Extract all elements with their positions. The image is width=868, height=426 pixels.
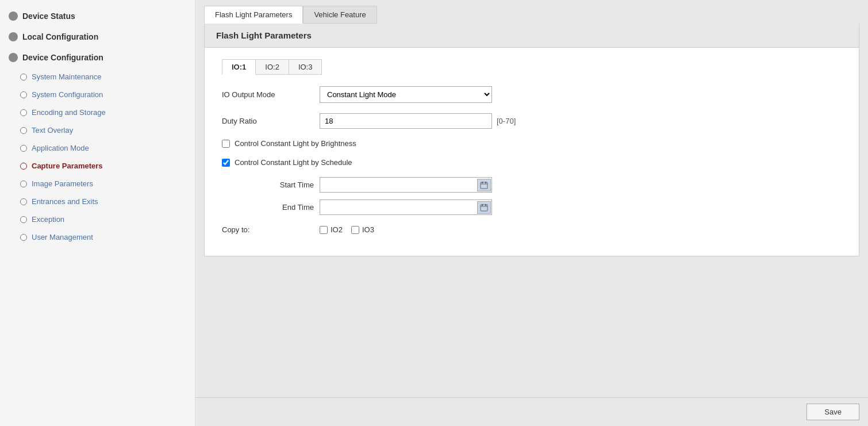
checkbox-io2[interactable] xyxy=(320,226,328,234)
label-user-management: User Management xyxy=(32,233,93,241)
checkbox-io3[interactable] xyxy=(351,226,359,234)
schedule-section: Start Time xyxy=(239,177,842,215)
start-time-calendar-icon[interactable] xyxy=(477,179,491,191)
copy-to-label: Copy to: xyxy=(222,225,314,234)
sidebar-section-label-local-config: Local Configuration xyxy=(22,32,98,41)
bullet-user-management xyxy=(20,234,27,241)
sidebar-subitems: System Maintenance System Configuration … xyxy=(0,68,195,246)
bullet-capture-parameters xyxy=(20,163,27,170)
content-area: Flash Light Parameters IO:1 IO:2 IO:3 xyxy=(195,24,868,397)
duty-ratio-input[interactable] xyxy=(320,113,492,129)
checkbox-schedule-label[interactable]: Control Constant Light by Schedule xyxy=(235,158,352,167)
io-tab-2[interactable]: IO:2 xyxy=(256,59,289,75)
sidebar-item-system-configuration[interactable]: System Configuration xyxy=(6,86,195,103)
sidebar-item-device-configuration[interactable]: Device Configuration xyxy=(0,47,195,68)
label-io3[interactable]: IO3 xyxy=(362,225,374,234)
label-capture-parameters: Capture Parameters xyxy=(32,162,103,170)
bullet-exception xyxy=(20,216,27,223)
duty-ratio-label: Duty Ratio xyxy=(222,117,314,125)
tab-vehicle-feature[interactable]: Vehicle Feature xyxy=(303,6,377,24)
svg-rect-4 xyxy=(481,205,487,211)
sidebar-item-entrances-and-exits[interactable]: Entrances and Exits xyxy=(6,193,195,210)
sidebar-item-exception[interactable]: Exception xyxy=(6,210,195,228)
label-exception: Exception xyxy=(32,215,64,224)
label-system-maintenance: System Maintenance xyxy=(32,72,101,81)
sidebar-item-text-overlay[interactable]: Text Overlay xyxy=(6,121,195,139)
tab-flash-light-label: Flash Light Parameters xyxy=(215,10,292,19)
calendar-svg-2 xyxy=(480,204,488,212)
label-encoding-and-storage: Encoding and Storage xyxy=(32,108,106,117)
label-io2[interactable]: IO2 xyxy=(331,225,343,234)
calendar-svg xyxy=(480,181,488,189)
device-config-icon xyxy=(9,53,18,62)
sidebar-section-label-device-config: Device Configuration xyxy=(22,53,103,62)
label-entrances-and-exits: Entrances and Exits xyxy=(32,197,98,206)
copy-to-row: Copy to: IO2 IO3 xyxy=(222,225,842,234)
bullet-encoding-and-storage xyxy=(20,109,27,116)
duty-ratio-row: Duty Ratio [0-70] xyxy=(222,113,842,129)
end-time-label: End Time xyxy=(239,203,314,212)
bullet-system-configuration xyxy=(20,91,27,98)
checkbox-schedule[interactable] xyxy=(222,159,230,167)
svg-rect-0 xyxy=(481,182,487,189)
label-image-parameters: Image Parameters xyxy=(32,179,93,188)
content-box: Flash Light Parameters IO:1 IO:2 IO:3 xyxy=(204,24,859,256)
label-application-mode: Application Mode xyxy=(32,144,89,152)
sidebar-item-local-configuration[interactable]: Local Configuration xyxy=(0,26,195,47)
checkbox-brightness-label[interactable]: Control Constant Light by Brightness xyxy=(235,139,356,148)
bullet-application-mode xyxy=(20,145,27,152)
footer: Save xyxy=(195,397,868,426)
label-system-configuration: System Configuration xyxy=(32,90,103,99)
copy-io3-option: IO3 xyxy=(351,225,374,234)
svg-rect-1 xyxy=(482,182,483,183)
save-button[interactable]: Save xyxy=(806,404,859,420)
svg-rect-6 xyxy=(485,204,486,206)
io-tab-2-label: IO:2 xyxy=(265,63,279,71)
content-body: IO:1 IO:2 IO:3 IO Output Mode Constant L… xyxy=(205,48,859,256)
end-time-row: End Time xyxy=(239,199,842,215)
svg-rect-5 xyxy=(482,204,483,206)
end-time-calendar-icon[interactable] xyxy=(477,201,491,214)
sidebar-item-application-mode[interactable]: Application Mode xyxy=(6,139,195,157)
sidebar-item-device-status[interactable]: Device Status xyxy=(0,6,195,26)
io-tab-1-label: IO:1 xyxy=(232,63,246,71)
io-tab-3-label: IO:3 xyxy=(298,63,313,71)
sidebar-item-encoding-and-storage[interactable]: Encoding and Storage xyxy=(6,103,195,121)
start-time-input[interactable] xyxy=(320,177,492,193)
bullet-system-maintenance xyxy=(20,74,27,80)
io-tab-3[interactable]: IO:3 xyxy=(289,59,322,75)
sidebar-item-user-management[interactable]: User Management xyxy=(6,228,195,246)
main-content: Flash Light Parameters Vehicle Feature F… xyxy=(195,0,868,426)
bullet-image-parameters xyxy=(20,181,27,187)
io-output-mode-label: IO Output Mode xyxy=(222,90,314,99)
copy-options: IO2 IO3 xyxy=(320,225,374,234)
bullet-entrances-and-exits xyxy=(20,198,27,205)
sidebar: Device Status Local Configuration Device… xyxy=(0,0,195,426)
sidebar-item-system-maintenance[interactable]: System Maintenance xyxy=(6,68,195,86)
end-time-input[interactable] xyxy=(320,199,492,215)
io-output-mode-select[interactable]: Constant Light Mode Flash Mode Closed xyxy=(320,86,492,103)
checkbox-brightness-row: Control Constant Light by Brightness xyxy=(222,139,842,148)
copy-io2-option: IO2 xyxy=(320,225,343,234)
content-header-title: Flash Light Parameters xyxy=(216,30,312,40)
device-status-icon xyxy=(9,11,18,21)
sidebar-item-capture-parameters[interactable]: Capture Parameters xyxy=(6,157,195,175)
sidebar-section-label-device-status: Device Status xyxy=(22,11,75,21)
sidebar-item-image-parameters[interactable]: Image Parameters xyxy=(6,175,195,193)
main-tabs-row: Flash Light Parameters Vehicle Feature xyxy=(195,0,868,24)
end-time-wrapper xyxy=(320,199,492,215)
io-tab-1[interactable]: IO:1 xyxy=(222,59,256,75)
svg-rect-2 xyxy=(485,182,486,183)
checkbox-brightness[interactable] xyxy=(222,140,230,148)
label-text-overlay: Text Overlay xyxy=(32,126,73,135)
bullet-text-overlay xyxy=(20,127,27,134)
tab-flash-light-parameters[interactable]: Flash Light Parameters xyxy=(204,6,303,24)
io-output-mode-wrapper: Constant Light Mode Flash Mode Closed xyxy=(320,86,492,103)
duty-ratio-wrapper: [0-70] xyxy=(320,113,516,129)
tab-vehicle-feature-label: Vehicle Feature xyxy=(314,10,366,19)
io-output-mode-row: IO Output Mode Constant Light Mode Flash… xyxy=(222,86,842,103)
io-tabs: IO:1 IO:2 IO:3 xyxy=(222,59,842,75)
start-time-label: Start Time xyxy=(239,181,314,189)
start-time-wrapper xyxy=(320,177,492,193)
checkbox-schedule-row: Control Constant Light by Schedule xyxy=(222,158,842,167)
